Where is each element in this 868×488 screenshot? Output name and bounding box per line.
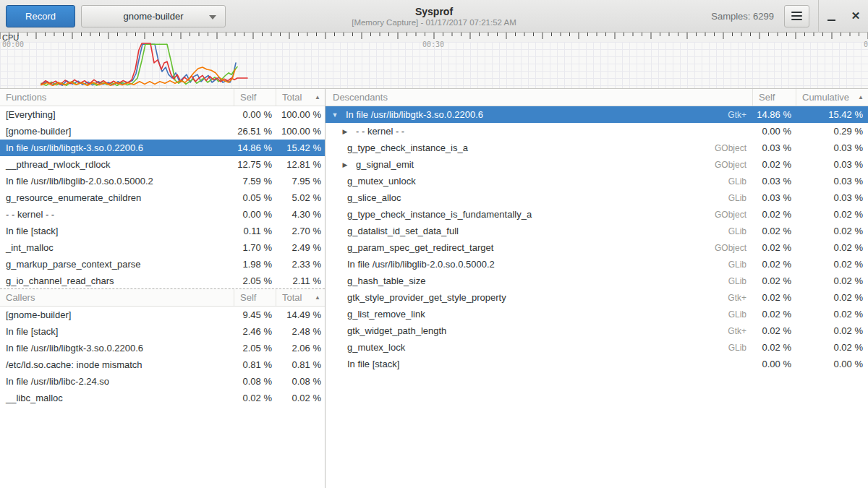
function-name: g_datalist_id_set_data_full xyxy=(347,226,459,236)
total-value: 12.81 % xyxy=(276,159,325,170)
function-name: g_slice_alloc xyxy=(347,192,401,203)
callers-column-header[interactable]: Callers xyxy=(0,289,234,306)
tree-row[interactable]: ▼In file /usr/lib/libgtk-3.so.0.2200.6Gt… xyxy=(326,106,868,123)
time-label: 01:00 xyxy=(864,40,868,48)
self-value: 0.02 % xyxy=(234,393,276,403)
close-icon: ✕ xyxy=(851,9,861,22)
sysprof-window: Record gnome-builder Sysprof [Memory Cap… xyxy=(0,0,868,488)
descendants-self-column-header[interactable]: Self xyxy=(752,89,796,106)
self-value: 0.05 % xyxy=(234,192,276,203)
cpu-graph-area[interactable]: CPU 00:0000:3001:00 xyxy=(0,33,868,89)
function-name: gtk_widget_path_length xyxy=(347,325,446,336)
tree-row[interactable]: ▶- - kernel - -0.00 %0.29 % xyxy=(326,123,868,140)
process-selector-dropdown[interactable]: gnome-builder xyxy=(81,5,226,27)
expander-closed-icon[interactable]: ▶ xyxy=(340,161,350,168)
library-badge: GLib xyxy=(728,276,752,286)
self-value: 0.02 % xyxy=(752,275,796,286)
function-name: gtk_style_provider_get_style_property xyxy=(347,292,506,303)
cumulative-value: 0.29 % xyxy=(796,126,868,137)
tree-row[interactable]: gtk_style_provider_get_style_propertyGtk… xyxy=(326,289,868,306)
table-row[interactable]: - - kernel - -0.00 %4.30 % xyxy=(0,206,325,223)
self-value: 0.00 % xyxy=(752,126,796,137)
table-row[interactable]: g_resource_enumerate_children0.05 %5.02 … xyxy=(0,189,325,206)
table-row[interactable]: [gnome-builder]9.45 %14.49 % xyxy=(0,307,325,323)
cumulative-value: 15.42 % xyxy=(796,109,868,120)
tree-row[interactable]: g_mutex_lockGLib0.02 %0.02 % xyxy=(326,339,868,356)
self-value: 0.02 % xyxy=(752,292,796,303)
functions-header: Functions Self Total ▲ xyxy=(0,89,325,106)
total-value: 100.00 % xyxy=(276,126,325,137)
table-row[interactable]: In file /usr/lib/libgtk-3.so.0.2200.614.… xyxy=(0,140,325,156)
tree-row[interactable]: g_mutex_unlockGLib0.03 %0.03 % xyxy=(326,173,868,189)
sort-ascending-icon: ▲ xyxy=(315,294,320,301)
expander-closed-icon[interactable]: ▶ xyxy=(340,128,350,135)
menu-icon xyxy=(791,12,802,13)
tree-row[interactable]: g_type_check_instance_is_aGObject0.03 %0… xyxy=(326,140,868,156)
functions-column-header[interactable]: Functions xyxy=(0,89,234,106)
expander-open-icon[interactable]: ▼ xyxy=(330,111,340,119)
descendants-cumulative-column-header[interactable]: Cumulative ▲ xyxy=(796,89,868,106)
functions-total-column-header[interactable]: Total ▲ xyxy=(276,89,325,106)
table-row[interactable]: __pthread_rwlock_rdlock12.75 %12.81 % xyxy=(0,156,325,173)
table-row[interactable]: In file [stack]2.46 %2.48 % xyxy=(0,323,325,340)
table-row[interactable]: /etc/ld.so.cache: inode mismatch0.81 %0.… xyxy=(0,356,325,373)
tree-row[interactable]: g_slice_allocGLib0.03 %0.03 % xyxy=(326,189,868,206)
tree-row[interactable]: g_param_spec_get_redirect_targetGObject0… xyxy=(326,239,868,256)
tree-row[interactable]: g_hash_table_sizeGLib0.02 %0.02 % xyxy=(326,273,868,289)
capture-subtitle: [Memory Capture] - 01/17/2017 07:21:52 A… xyxy=(352,17,516,27)
cumulative-value: 0.03 % xyxy=(796,192,868,203)
function-name: g_mutex_lock xyxy=(347,342,405,353)
table-row[interactable]: g_markup_parse_context_parse1.98 %2.33 % xyxy=(0,256,325,273)
self-value: 14.86 % xyxy=(234,142,276,153)
table-row[interactable]: In file /usr/lib/libglib-2.0.so.0.5000.2… xyxy=(0,173,325,189)
callers-total-column-header[interactable]: Total ▲ xyxy=(276,289,325,306)
close-button[interactable]: ✕ xyxy=(843,0,868,33)
self-value: 0.11 % xyxy=(234,226,276,236)
library-badge: GLib xyxy=(728,343,752,353)
self-value: 1.98 % xyxy=(234,259,276,270)
right-pane: Descendants Self Cumulative ▲ ▼In file /… xyxy=(326,89,868,488)
tree-row[interactable]: g_list_remove_linkGLib0.02 %0.02 % xyxy=(326,306,868,322)
tree-name-cell: g_mutex_unlockGLib xyxy=(326,176,752,187)
library-badge: GLib xyxy=(728,193,752,203)
tree-row[interactable]: g_datalist_id_set_data_fullGLib0.02 %0.0… xyxy=(326,223,868,239)
function-name: g_hash_table_size xyxy=(347,275,425,286)
callers-self-column-header[interactable]: Self xyxy=(234,289,276,306)
record-button[interactable]: Record xyxy=(6,5,75,27)
functions-self-column-header[interactable]: Self xyxy=(234,89,276,106)
self-value: 0.00 % xyxy=(234,209,276,220)
tree-row[interactable]: In file [stack]0.00 %0.00 % xyxy=(326,356,868,372)
function-name: In file [stack] xyxy=(347,359,399,369)
function-name: g_type_check_instance_is_a xyxy=(347,142,468,153)
total-value: 0.81 % xyxy=(276,359,325,370)
total-value: 5.02 % xyxy=(276,192,325,203)
table-row[interactable]: [Everything]0.00 %100.00 % xyxy=(0,106,325,123)
cumulative-value: 0.03 % xyxy=(796,159,868,170)
headerbar-right: Samples: 6299 ✕ xyxy=(711,0,868,33)
total-value: 14.49 % xyxy=(276,309,325,320)
tree-name-cell: g_param_spec_get_redirect_targetGObject xyxy=(326,242,752,253)
tree-name-cell: ▶g_signal_emitGObject xyxy=(326,159,752,170)
table-row[interactable]: In file /usr/lib/libgtk-3.so.0.2200.62.0… xyxy=(0,340,325,356)
descendants-column-header[interactable]: Descendants xyxy=(326,89,752,106)
self-value: 0.02 % xyxy=(752,342,796,353)
table-row[interactable]: In file [stack]0.11 %2.70 % xyxy=(0,223,325,239)
function-name: g_type_check_instance_is_fundamentally_a xyxy=(347,209,532,220)
tree-row[interactable]: ▶g_signal_emitGObject0.02 %0.03 % xyxy=(326,156,868,173)
table-row[interactable]: In file /usr/lib/libc-2.24.so0.08 %0.08 … xyxy=(0,373,325,390)
tree-row[interactable]: gtk_widget_path_lengthGtk+0.02 %0.02 % xyxy=(326,322,868,339)
self-value: 0.02 % xyxy=(752,242,796,253)
functions-rows: [Everything]0.00 %100.00 %[gnome-builder… xyxy=(0,106,325,289)
table-row[interactable]: g_io_channel_read_chars2.05 %2.11 % xyxy=(0,273,325,289)
total-value: 2.70 % xyxy=(276,226,325,236)
self-value: 0.02 % xyxy=(752,259,796,270)
minimize-button[interactable] xyxy=(819,0,843,33)
library-badge: GLib xyxy=(728,260,752,270)
table-row[interactable]: __libc_malloc0.02 %0.02 % xyxy=(0,390,325,406)
table-row[interactable]: _int_malloc1.70 %2.49 % xyxy=(0,239,325,256)
tree-row[interactable]: In file /usr/lib/libglib-2.0.so.0.5000.2… xyxy=(326,256,868,273)
total-value: 2.48 % xyxy=(276,326,325,337)
tree-row[interactable]: g_type_check_instance_is_fundamentally_a… xyxy=(326,206,868,223)
menu-button[interactable] xyxy=(784,5,809,27)
table-row[interactable]: [gnome-builder]26.51 %100.00 % xyxy=(0,123,325,140)
